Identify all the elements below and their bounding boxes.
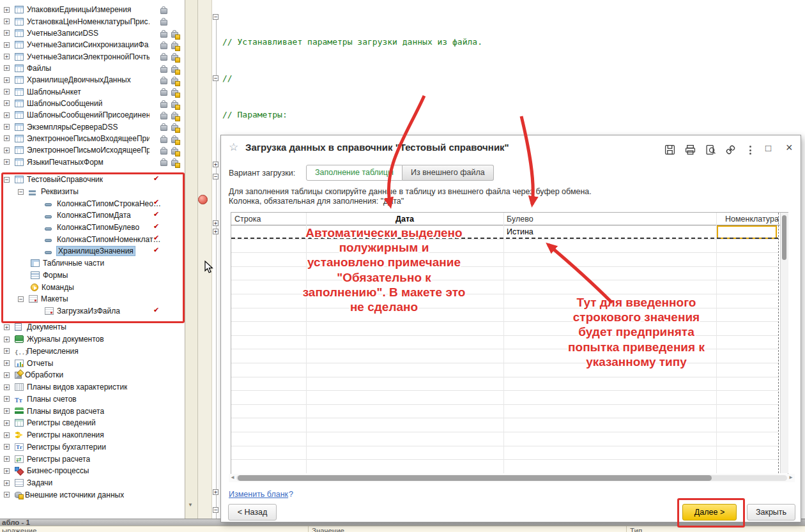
expand-icon[interactable]: + [4, 420, 10, 426]
tree-item[interactable]: +Бизнес-процессы [0, 465, 185, 477]
expand-icon[interactable]: + [4, 372, 10, 378]
tree-item[interactable]: +Внешние источники данных [0, 489, 185, 501]
fold-expand-icon[interactable]: + [213, 220, 218, 226]
back-button[interactable]: < Назад [228, 504, 277, 521]
scroll-left-icon[interactable]: ◄ [230, 475, 235, 480]
expand-icon[interactable]: + [4, 444, 10, 450]
tree-item[interactable]: +ШаблоныАнкет [0, 86, 185, 97]
tree-item-commands[interactable]: Команды [0, 281, 185, 293]
expand-icon[interactable]: + [4, 348, 10, 354]
column-header-boolean[interactable]: Булево [507, 215, 533, 224]
fold-expand-icon[interactable]: + [213, 489, 218, 495]
expand-icon[interactable]: + [4, 480, 10, 486]
tree-item[interactable]: +ЭлектронноеПисьмоИсходящееПр… [0, 144, 185, 156]
expand-icon[interactable]: + [4, 396, 10, 402]
tree-item[interactable]: +Планы счетов [0, 393, 185, 406]
expand-icon[interactable]: + [4, 30, 10, 36]
expand-icon[interactable]: + [4, 100, 10, 106]
expand-icon[interactable]: + [4, 456, 10, 462]
collapse-icon[interactable]: − [18, 189, 24, 195]
fold-collapse-icon[interactable]: − [213, 14, 218, 20]
expand-icon[interactable]: + [4, 408, 10, 414]
close-icon[interactable]: × [786, 141, 793, 155]
selected-cell[interactable] [717, 225, 777, 239]
tree-item[interactable]: +УпаковкиЕдиницыИзмерения [0, 4, 185, 15]
link-icon[interactable] [725, 144, 736, 155]
tree-item[interactable]: +Регистры накопления [0, 429, 185, 441]
expand-icon[interactable]: + [4, 124, 10, 130]
tree-item[interactable]: +Отчеты [0, 357, 185, 369]
tree-item-attribute[interactable]: КолонкаСТипомДата✔ [0, 209, 185, 222]
expand-icon[interactable]: + [4, 7, 10, 13]
scroll-thumb[interactable] [782, 215, 786, 260]
fold-collapse-icon[interactable]: − [213, 507, 218, 513]
fold-collapse-icon[interactable]: − [213, 174, 218, 179]
collapse-icon[interactable]: − [4, 177, 10, 183]
tree-item-tabular-sections[interactable]: Табличные части [0, 257, 185, 270]
tree-item[interactable]: +Файлы [0, 63, 185, 74]
tree-item[interactable]: +ХранилищеДвоичныхДанных [0, 74, 185, 86]
expand-icon[interactable]: + [4, 112, 10, 118]
next-button[interactable]: Далее > [682, 504, 737, 521]
expand-icon[interactable]: + [4, 324, 10, 330]
expand-icon[interactable]: + [4, 492, 10, 498]
tree-item[interactable]: +ШаблоныСообщенийПрисоединенн… [0, 109, 185, 121]
tree-item[interactable]: +Перечисления [0, 346, 185, 358]
tree-item[interactable]: +УчетныеЗаписиDSS [0, 27, 185, 39]
tree-item-layouts[interactable]: −Макеты [0, 293, 185, 305]
tree-item[interactable]: +ЭкземплярыСервераDSS [0, 121, 185, 132]
tree-item[interactable]: +Журналы документов [0, 333, 185, 346]
tree-item[interactable]: +УстановкаЦенНоменклатурыПрис… [0, 15, 185, 27]
fold-collapse-icon[interactable]: − [213, 75, 218, 81]
tab-from-file[interactable]: Из внешнего файла [402, 165, 494, 181]
expand-icon[interactable]: + [4, 42, 10, 48]
tree-item[interactable]: +ШаблоныСообщений [0, 98, 185, 109]
boolean-cell-value[interactable]: Истина [507, 227, 533, 236]
save-icon[interactable] [664, 144, 675, 155]
tree-item-layout-file[interactable]: ЗагрузкаИзФайла✔ [0, 305, 185, 317]
help-link[interactable]: ? [289, 490, 293, 499]
expand-icon[interactable]: + [4, 432, 10, 438]
table-horizontal-scrollbar[interactable]: ◄ ► [229, 474, 795, 482]
tab-fill-table[interactable]: Заполнение таблицы [306, 165, 402, 181]
tree-item-forms[interactable]: Формы [0, 270, 185, 282]
breakpoint-icon[interactable] [198, 195, 208, 204]
tree-item-attributes[interactable]: −Реквизиты [0, 186, 185, 198]
column-header-string[interactable]: Строка [234, 215, 261, 224]
expand-icon[interactable]: + [4, 65, 10, 71]
tree-scrollbar[interactable]: ▼ [185, 0, 198, 519]
edit-form-link[interactable]: Изменить бланк [229, 490, 288, 499]
expand-icon[interactable]: + [4, 384, 10, 390]
tree-item[interactable]: +Регистры расчета [0, 453, 185, 465]
expand-icon[interactable]: + [4, 159, 10, 165]
tree-item[interactable]: +УчетныеЗаписиЭлектроннойПочты [0, 50, 185, 62]
expand-icon[interactable]: + [4, 89, 10, 95]
expand-icon[interactable]: + [4, 77, 10, 83]
preview-icon[interactable] [705, 144, 716, 155]
more-menu-icon[interactable] [749, 146, 752, 156]
scroll-down-icon[interactable]: ▼ [188, 502, 193, 508]
table-vertical-scrollbar[interactable] [780, 213, 788, 473]
expand-icon[interactable]: + [4, 19, 10, 24]
tree-item[interactable]: +УчетныеЗаписиСинхронизацииФа… [0, 39, 185, 50]
close-button[interactable]: Закрыть [747, 504, 795, 521]
fold-expand-icon[interactable]: + [213, 229, 218, 234]
tree-item[interactable]: +Обработки [0, 369, 185, 381]
column-header-date[interactable]: Дата [306, 215, 503, 224]
tree-item[interactable]: +Задачи [0, 477, 185, 489]
print-icon[interactable] [685, 144, 696, 155]
collapse-icon[interactable]: − [18, 296, 24, 302]
scroll-thumb[interactable] [238, 475, 712, 481]
tree-item-attribute-selected[interactable]: ХранилищеЗначения✔ [0, 245, 185, 257]
expand-icon[interactable]: + [4, 360, 10, 366]
tree-item-attribute[interactable]: КолонкаСТипомБулево✔ [0, 222, 185, 234]
tree-item[interactable]: +Планы видов расчета [0, 405, 185, 417]
tree-item[interactable]: +Документы [0, 321, 185, 333]
tree-item-attribute[interactable]: КолонкаСТипомНоменклат…✔ [0, 233, 185, 245]
column-header-nomenclature[interactable]: Номенклатура [725, 215, 779, 224]
expand-icon[interactable]: + [4, 468, 10, 474]
tree-item[interactable]: +ЯзыкиПечатныхФорм [0, 156, 185, 167]
expand-icon[interactable]: + [4, 135, 10, 141]
tree-item[interactable]: +ЭлектронноеПисьмоВходящееПри… [0, 133, 185, 144]
expand-icon[interactable]: + [4, 337, 10, 342]
